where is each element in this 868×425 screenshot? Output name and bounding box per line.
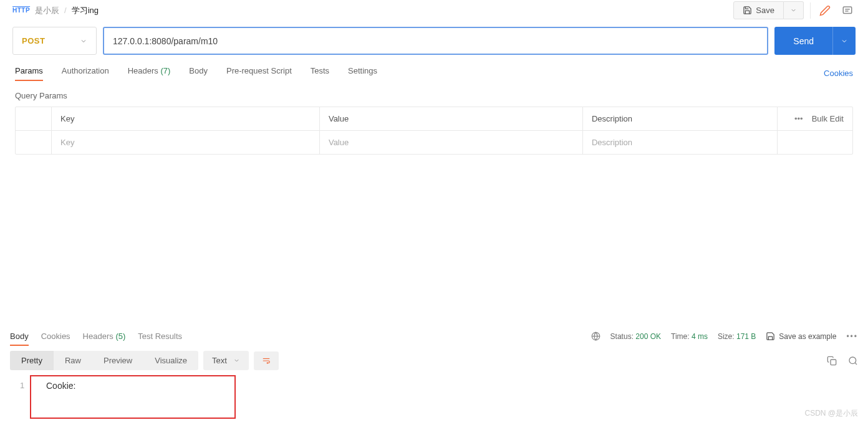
watermark: CSDN @是小辰 bbox=[804, 408, 858, 419]
view-right-actions bbox=[827, 356, 858, 366]
view-tab-preview[interactable]: Preview bbox=[92, 351, 143, 370]
params-key-header: Key bbox=[52, 107, 320, 130]
view-tab-visualize[interactable]: Visualize bbox=[143, 351, 198, 370]
params-actions-header: ••• Bulk Edit bbox=[778, 107, 852, 130]
status-label: Status: 200 OK bbox=[610, 332, 661, 341]
bulk-edit-link[interactable]: Bulk Edit bbox=[812, 114, 844, 123]
breadcrumb-workspace[interactable]: 是小辰 bbox=[35, 5, 59, 16]
chevron-down-icon bbox=[233, 357, 240, 364]
tab-body[interactable]: Body bbox=[189, 66, 208, 80]
breadcrumb-title[interactable]: 学习ing bbox=[72, 5, 99, 16]
params-value-input[interactable]: Value bbox=[320, 131, 583, 154]
resp-tab-headers[interactable]: Headers (5) bbox=[83, 332, 126, 346]
time-label: Time: 4 ms bbox=[671, 332, 708, 341]
svg-line-8 bbox=[855, 363, 857, 365]
copy-icon[interactable] bbox=[827, 356, 837, 366]
save-button[interactable]: Save bbox=[733, 1, 784, 19]
method-select[interactable]: POST bbox=[12, 27, 97, 55]
edit-button[interactable] bbox=[817, 2, 833, 19]
globe-icon[interactable] bbox=[591, 332, 600, 341]
send-dropdown[interactable] bbox=[832, 27, 856, 55]
request-tabs-row: Params Authorization Headers (7) Body Pr… bbox=[0, 57, 868, 81]
chevron-down-icon bbox=[80, 37, 87, 45]
tab-authorization[interactable]: Authorization bbox=[62, 66, 109, 80]
tab-pre-request[interactable]: Pre-request Script bbox=[226, 66, 292, 80]
params-description-input[interactable]: Description bbox=[583, 131, 778, 154]
send-group: Send bbox=[774, 27, 856, 55]
response-body-text[interactable]: Cookie: bbox=[31, 376, 90, 418]
line-number: 1 bbox=[20, 381, 24, 390]
response-section: Body Cookies Headers (5) Test Results St… bbox=[0, 327, 868, 425]
pencil-icon bbox=[819, 5, 831, 16]
view-tab-pretty[interactable]: Pretty bbox=[10, 351, 54, 370]
topbar: HTTP 是小辰 / 学习ing Save bbox=[0, 0, 868, 24]
params-checkbox-cell[interactable] bbox=[16, 131, 52, 154]
url-input[interactable] bbox=[103, 27, 768, 55]
search-icon[interactable] bbox=[848, 356, 858, 366]
view-row: Pretty Raw Preview Visualize Text bbox=[0, 346, 868, 375]
send-button[interactable]: Send bbox=[774, 27, 832, 55]
resp-tab-test-results[interactable]: Test Results bbox=[138, 332, 182, 346]
svg-rect-0 bbox=[843, 7, 852, 14]
tab-params[interactable]: Params bbox=[15, 66, 43, 80]
svg-point-7 bbox=[849, 357, 856, 364]
tab-tests[interactable]: Tests bbox=[311, 66, 329, 80]
format-select[interactable]: Text bbox=[203, 351, 249, 370]
comment-icon bbox=[842, 5, 853, 16]
top-actions: Save bbox=[733, 1, 856, 19]
params-key-input[interactable]: Key bbox=[52, 131, 320, 154]
breadcrumb-separator: / bbox=[64, 6, 67, 15]
params-description-header: Description bbox=[583, 107, 778, 130]
http-badge-icon: HTTP bbox=[12, 7, 30, 14]
save-dropdown[interactable] bbox=[784, 1, 804, 19]
response-body: 1 Cookie: bbox=[30, 375, 236, 419]
response-meta: Status: 200 OK Time: 4 ms Size: 171 B Sa… bbox=[591, 332, 858, 341]
comment-button[interactable] bbox=[839, 2, 856, 19]
tab-settings[interactable]: Settings bbox=[348, 66, 377, 80]
params-header-row: Key Value Description ••• Bulk Edit bbox=[16, 107, 852, 131]
cookies-link[interactable]: Cookies bbox=[824, 69, 853, 78]
save-group: Save bbox=[733, 1, 804, 19]
size-label: Size: 171 B bbox=[718, 332, 756, 341]
wrap-toggle[interactable] bbox=[254, 351, 279, 370]
save-as-example[interactable]: Save as example bbox=[766, 332, 836, 341]
tab-headers[interactable]: Headers (7) bbox=[128, 66, 171, 80]
request-tabs: Params Authorization Headers (7) Body Pr… bbox=[15, 66, 377, 80]
params-table: Key Value Description ••• Bulk Edit Key … bbox=[15, 107, 853, 155]
chevron-down-icon bbox=[790, 7, 797, 14]
divider bbox=[810, 2, 811, 19]
save-icon bbox=[766, 332, 775, 341]
svg-rect-6 bbox=[831, 360, 836, 365]
resp-tab-cookies[interactable]: Cookies bbox=[41, 332, 70, 346]
query-params-label: Query Params bbox=[0, 81, 868, 107]
more-icon[interactable]: ••• bbox=[846, 332, 858, 341]
chevron-down-icon bbox=[841, 37, 848, 45]
params-checkbox-header bbox=[16, 107, 52, 130]
wrap-icon bbox=[261, 356, 271, 365]
view-tabs: Pretty Raw Preview Visualize bbox=[10, 351, 198, 370]
save-icon bbox=[743, 6, 752, 15]
params-value-header: Value bbox=[320, 107, 583, 130]
method-label: POST bbox=[22, 36, 45, 45]
view-tab-raw[interactable]: Raw bbox=[54, 351, 92, 370]
params-row-actions bbox=[778, 131, 852, 154]
format-label: Text bbox=[212, 356, 227, 365]
resp-tab-body[interactable]: Body bbox=[10, 332, 29, 346]
request-row: POST Send bbox=[0, 24, 868, 57]
params-input-row: Key Value Description bbox=[16, 131, 852, 154]
breadcrumb: HTTP 是小辰 / 学习ing bbox=[12, 5, 99, 16]
response-top-bar: Body Cookies Headers (5) Test Results St… bbox=[0, 327, 868, 346]
more-icon[interactable]: ••• bbox=[794, 114, 803, 123]
save-label: Save bbox=[756, 6, 774, 15]
response-tabs: Body Cookies Headers (5) Test Results bbox=[10, 327, 182, 346]
